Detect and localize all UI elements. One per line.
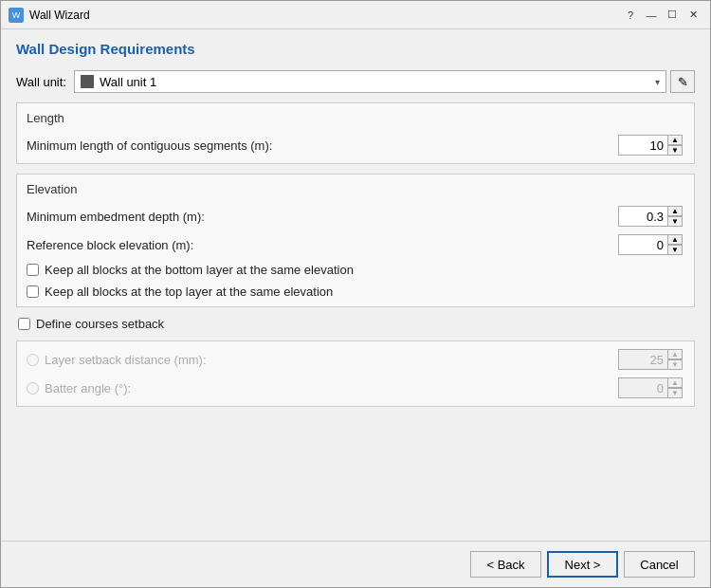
ref-block-spin-up[interactable]: ▲ (667, 234, 683, 245)
batter-angle-label[interactable]: Batter angle (°): (45, 381, 131, 395)
elevation-section-title: Elevation (27, 182, 684, 196)
bottom-layer-checkbox-label[interactable]: Keep all blocks at the bottom layer at t… (45, 263, 354, 277)
wall-color-swatch (81, 75, 94, 88)
cancel-button[interactable]: Cancel (624, 551, 695, 578)
min-embedment-spin-buttons: ▲ ▼ (667, 206, 683, 227)
min-length-spin-buttons: ▲ ▼ (667, 135, 683, 156)
courses-section: Layer setback distance (mm): ▲ ▼ Batter … (16, 340, 695, 407)
ref-block-spinbox: ▲ ▼ (618, 234, 684, 255)
next-button[interactable]: Next > (547, 551, 618, 578)
wall-unit-dropdown[interactable]: Wall unit 1 ▾ (74, 70, 666, 93)
layer-setback-spin-buttons: ▲ ▼ (667, 349, 683, 370)
wall-unit-select-inner: Wall unit 1 (81, 75, 156, 89)
page-title: Wall Design Requirements (16, 41, 695, 57)
ref-block-spin-buttons: ▲ ▼ (667, 234, 683, 255)
maximize-button[interactable]: ☐ (663, 7, 682, 24)
layer-setback-spin-down: ▼ (667, 359, 683, 370)
min-length-row: Minimum length of contiguous segments (m… (27, 135, 684, 156)
batter-angle-spin-up: ▲ (667, 377, 683, 388)
layer-setback-input (618, 349, 667, 370)
title-bar-controls: ? — ☐ ✕ (621, 7, 702, 24)
elevation-section: Elevation Minimum embedment depth (m): ▲… (16, 174, 695, 307)
wall-unit-value: Wall unit 1 (100, 75, 156, 89)
define-courses-checkbox[interactable] (18, 318, 30, 330)
content-area: Wall Design Requirements Wall unit: Wall… (1, 29, 710, 541)
length-section-title: Length (27, 111, 684, 125)
wall-unit-select-container: Wall unit 1 ▾ ✎ (74, 70, 695, 93)
layer-setback-radio-group: Layer setback distance (mm): (27, 353, 207, 367)
min-length-spinbox: ▲ ▼ (618, 135, 684, 156)
top-layer-checkbox-label[interactable]: Keep all blocks at the top layer at the … (45, 285, 333, 299)
batter-angle-radio-group: Batter angle (°): (27, 381, 131, 395)
batter-angle-radio[interactable] (27, 382, 39, 395)
ref-block-spin-down[interactable]: ▼ (667, 245, 683, 255)
app-icon: W (9, 8, 24, 23)
batter-angle-spin-down: ▼ (667, 388, 683, 398)
length-section: Length Minimum length of contiguous segm… (16, 102, 695, 164)
define-courses-label[interactable]: Define courses setback (36, 317, 164, 331)
edit-wall-unit-button[interactable]: ✎ (670, 70, 695, 93)
layer-setback-radio[interactable] (27, 354, 39, 366)
min-embedment-spin-down[interactable]: ▼ (667, 216, 683, 227)
top-layer-checkbox[interactable] (27, 285, 39, 298)
min-length-input[interactable] (618, 135, 667, 156)
min-length-spin-up[interactable]: ▲ (667, 135, 683, 145)
layer-setback-row: Layer setback distance (mm): ▲ ▼ (27, 349, 684, 370)
min-embedment-spinbox: ▲ ▼ (618, 206, 684, 227)
wall-unit-row: Wall unit: Wall unit 1 ▾ ✎ (16, 70, 695, 93)
bottom-layer-checkbox[interactable] (27, 264, 39, 276)
title-bar: W Wall Wizard ? — ☐ ✕ (1, 1, 710, 29)
minimize-button[interactable]: — (642, 7, 661, 24)
define-courses-row: Define courses setback (16, 317, 695, 331)
top-layer-checkbox-row: Keep all blocks at the top layer at the … (27, 285, 684, 299)
layer-setback-spin-up: ▲ (667, 349, 683, 359)
min-embedment-input[interactable] (618, 206, 667, 227)
footer: < Back Next > Cancel (1, 541, 710, 587)
ref-block-label: Reference block elevation (m): (27, 238, 193, 252)
bottom-layer-checkbox-row: Keep all blocks at the bottom layer at t… (27, 263, 684, 277)
batter-angle-spin-buttons: ▲ ▼ (667, 377, 683, 398)
title-bar-left: W Wall Wizard (9, 8, 90, 23)
window-title: Wall Wizard (29, 9, 90, 22)
ref-block-row: Reference block elevation (m): ▲ ▼ (27, 234, 684, 255)
min-embedment-label: Minimum embedment depth (m): (27, 210, 205, 224)
batter-angle-input (618, 377, 667, 398)
batter-angle-spinbox: ▲ ▼ (618, 377, 684, 398)
edit-icon: ✎ (678, 75, 688, 89)
min-embedment-spin-up[interactable]: ▲ (667, 206, 683, 216)
min-length-spin-down[interactable]: ▼ (667, 145, 683, 156)
close-button[interactable]: ✕ (684, 7, 702, 24)
min-length-label: Minimum length of contiguous segments (m… (27, 138, 272, 153)
ref-block-input[interactable] (618, 234, 667, 255)
dropdown-arrow-icon: ▾ (655, 77, 660, 87)
layer-setback-spinbox: ▲ ▼ (618, 349, 684, 370)
min-embedment-row: Minimum embedment depth (m): ▲ ▼ (27, 206, 684, 227)
back-button[interactable]: < Back (470, 551, 541, 578)
batter-angle-row: Batter angle (°): ▲ ▼ (27, 377, 684, 398)
main-window: W Wall Wizard ? — ☐ ✕ Wall Design Requir… (0, 0, 711, 588)
wall-unit-label: Wall unit: (16, 75, 66, 89)
help-button[interactable]: ? (621, 7, 640, 24)
layer-setback-label[interactable]: Layer setback distance (mm): (45, 353, 207, 367)
